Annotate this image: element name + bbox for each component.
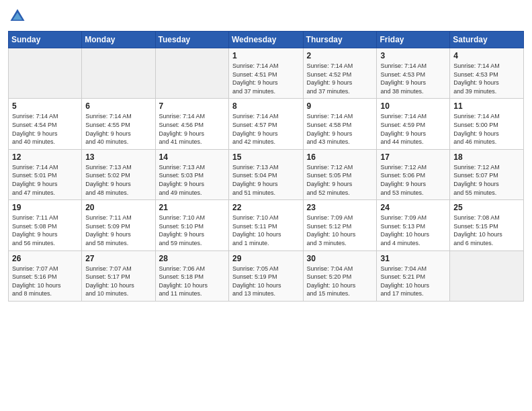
calendar-cell: 24Sunrise: 7:09 AM Sunset: 5:13 PM Dayli…	[377, 200, 450, 250]
day-info: Sunrise: 7:11 AM Sunset: 5:09 PM Dayligh…	[85, 214, 151, 247]
day-number: 31	[380, 254, 446, 263]
day-info: Sunrise: 7:12 AM Sunset: 5:07 PM Dayligh…	[453, 163, 520, 197]
weekday-header: Friday	[377, 32, 450, 48]
day-number: 4	[453, 51, 520, 60]
day-number: 12	[12, 152, 78, 162]
day-info: Sunrise: 7:13 AM Sunset: 5:02 PM Dayligh…	[85, 163, 151, 197]
calendar-week-row: 26Sunrise: 7:07 AM Sunset: 5:16 PM Dayli…	[9, 250, 524, 301]
calendar-cell: 22Sunrise: 7:10 AM Sunset: 5:11 PM Dayli…	[228, 200, 303, 250]
calendar-cell: 29Sunrise: 7:05 AM Sunset: 5:19 PM Dayli…	[228, 250, 303, 301]
calendar-cell: 27Sunrise: 7:07 AM Sunset: 5:17 PM Dayli…	[82, 250, 155, 301]
weekday-header: Thursday	[303, 32, 377, 48]
day-info: Sunrise: 7:11 AM Sunset: 5:08 PM Dayligh…	[12, 214, 78, 247]
day-info: Sunrise: 7:04 AM Sunset: 5:21 PM Dayligh…	[380, 265, 446, 298]
day-number: 30	[307, 254, 373, 263]
calendar-week-row: 12Sunrise: 7:14 AM Sunset: 5:01 PM Dayli…	[9, 149, 524, 199]
calendar-cell	[82, 48, 155, 99]
day-info: Sunrise: 7:14 AM Sunset: 4:55 PM Dayligh…	[85, 112, 151, 146]
calendar-cell: 15Sunrise: 7:13 AM Sunset: 5:04 PM Dayli…	[228, 149, 303, 199]
weekday-header: Tuesday	[155, 32, 228, 48]
calendar-cell: 1Sunrise: 7:14 AM Sunset: 4:51 PM Daylig…	[228, 48, 303, 99]
day-number: 16	[307, 152, 373, 162]
day-number: 25	[453, 203, 520, 212]
weekday-header: Monday	[82, 32, 155, 48]
calendar-cell: 20Sunrise: 7:11 AM Sunset: 5:09 PM Dayli…	[82, 200, 155, 250]
day-number: 17	[380, 152, 446, 162]
calendar-cell: 11Sunrise: 7:14 AM Sunset: 5:00 PM Dayli…	[450, 99, 524, 149]
day-info: Sunrise: 7:12 AM Sunset: 5:05 PM Dayligh…	[307, 163, 373, 197]
calendar-cell: 2Sunrise: 7:14 AM Sunset: 4:52 PM Daylig…	[303, 48, 377, 99]
calendar-cell: 6Sunrise: 7:14 AM Sunset: 4:55 PM Daylig…	[82, 99, 155, 149]
day-number: 7	[159, 101, 225, 111]
day-info: Sunrise: 7:14 AM Sunset: 4:51 PM Dayligh…	[232, 62, 300, 95]
calendar-cell: 19Sunrise: 7:11 AM Sunset: 5:08 PM Dayli…	[9, 200, 82, 250]
day-info: Sunrise: 7:14 AM Sunset: 5:00 PM Dayligh…	[453, 112, 520, 146]
calendar-cell: 12Sunrise: 7:14 AM Sunset: 5:01 PM Dayli…	[9, 149, 82, 199]
day-info: Sunrise: 7:12 AM Sunset: 5:06 PM Dayligh…	[380, 163, 446, 197]
day-info: Sunrise: 7:14 AM Sunset: 4:54 PM Dayligh…	[12, 112, 78, 146]
day-info: Sunrise: 7:10 AM Sunset: 5:11 PM Dayligh…	[232, 214, 300, 247]
day-info: Sunrise: 7:14 AM Sunset: 4:56 PM Dayligh…	[159, 112, 225, 146]
day-info: Sunrise: 7:07 AM Sunset: 5:17 PM Dayligh…	[85, 265, 151, 298]
weekday-header: Sunday	[9, 32, 82, 48]
day-info: Sunrise: 7:13 AM Sunset: 5:03 PM Dayligh…	[159, 163, 225, 197]
day-info: Sunrise: 7:14 AM Sunset: 5:01 PM Dayligh…	[12, 163, 78, 197]
day-number: 9	[307, 101, 373, 111]
page: SundayMondayTuesdayWednesdayThursdayFrid…	[0, 0, 532, 411]
calendar-cell: 16Sunrise: 7:12 AM Sunset: 5:05 PM Dayli…	[303, 149, 377, 199]
day-number: 10	[380, 101, 446, 111]
calendar-cell: 25Sunrise: 7:08 AM Sunset: 5:15 PM Dayli…	[450, 200, 524, 250]
calendar-cell: 28Sunrise: 7:06 AM Sunset: 5:18 PM Dayli…	[155, 250, 228, 301]
calendar-cell: 10Sunrise: 7:14 AM Sunset: 4:59 PM Dayli…	[377, 99, 450, 149]
weekday-row: SundayMondayTuesdayWednesdayThursdayFrid…	[9, 32, 524, 48]
calendar-cell	[450, 250, 524, 301]
calendar-cell: 9Sunrise: 7:14 AM Sunset: 4:58 PM Daylig…	[303, 99, 377, 149]
day-number: 8	[232, 101, 300, 111]
calendar-body: 1Sunrise: 7:14 AM Sunset: 4:51 PM Daylig…	[9, 48, 524, 302]
calendar-cell: 14Sunrise: 7:13 AM Sunset: 5:03 PM Dayli…	[155, 149, 228, 199]
header	[8, 7, 524, 26]
calendar-cell: 8Sunrise: 7:14 AM Sunset: 4:57 PM Daylig…	[228, 99, 303, 149]
calendar-cell: 3Sunrise: 7:14 AM Sunset: 4:53 PM Daylig…	[377, 48, 450, 99]
day-info: Sunrise: 7:14 AM Sunset: 4:52 PM Dayligh…	[307, 62, 373, 95]
calendar-table: SundayMondayTuesdayWednesdayThursdayFrid…	[8, 31, 524, 302]
calendar-cell: 5Sunrise: 7:14 AM Sunset: 4:54 PM Daylig…	[9, 99, 82, 149]
day-number: 6	[85, 101, 151, 111]
calendar-week-row: 19Sunrise: 7:11 AM Sunset: 5:08 PM Dayli…	[9, 200, 524, 250]
day-number: 24	[380, 203, 446, 212]
day-info: Sunrise: 7:14 AM Sunset: 4:53 PM Dayligh…	[453, 62, 520, 95]
calendar-cell: 17Sunrise: 7:12 AM Sunset: 5:06 PM Dayli…	[377, 149, 450, 199]
calendar-cell: 30Sunrise: 7:04 AM Sunset: 5:20 PM Dayli…	[303, 250, 377, 301]
day-number: 2	[307, 51, 373, 60]
logo-icon	[8, 7, 27, 26]
day-number: 20	[85, 203, 151, 212]
calendar-cell: 31Sunrise: 7:04 AM Sunset: 5:21 PM Dayli…	[377, 250, 450, 301]
calendar-cell: 13Sunrise: 7:13 AM Sunset: 5:02 PM Dayli…	[82, 149, 155, 199]
day-info: Sunrise: 7:05 AM Sunset: 5:19 PM Dayligh…	[232, 265, 300, 298]
calendar-week-row: 1Sunrise: 7:14 AM Sunset: 4:51 PM Daylig…	[9, 48, 524, 99]
day-number: 22	[232, 203, 300, 212]
calendar-cell: 23Sunrise: 7:09 AM Sunset: 5:12 PM Dayli…	[303, 200, 377, 250]
calendar-week-row: 5Sunrise: 7:14 AM Sunset: 4:54 PM Daylig…	[9, 99, 524, 149]
day-number: 29	[232, 254, 300, 263]
day-number: 13	[85, 152, 151, 162]
day-number: 23	[307, 203, 373, 212]
calendar-header: SundayMondayTuesdayWednesdayThursdayFrid…	[9, 32, 524, 48]
day-number: 14	[159, 152, 225, 162]
day-info: Sunrise: 7:07 AM Sunset: 5:16 PM Dayligh…	[12, 265, 78, 298]
day-info: Sunrise: 7:10 AM Sunset: 5:10 PM Dayligh…	[159, 214, 225, 247]
calendar-cell	[155, 48, 228, 99]
day-number: 3	[380, 51, 446, 60]
day-info: Sunrise: 7:14 AM Sunset: 4:59 PM Dayligh…	[380, 112, 446, 146]
day-number: 21	[159, 203, 225, 212]
day-number: 26	[12, 254, 78, 263]
calendar-cell: 7Sunrise: 7:14 AM Sunset: 4:56 PM Daylig…	[155, 99, 228, 149]
day-number: 1	[232, 51, 300, 60]
calendar-cell: 18Sunrise: 7:12 AM Sunset: 5:07 PM Dayli…	[450, 149, 524, 199]
calendar-cell	[9, 48, 82, 99]
day-info: Sunrise: 7:08 AM Sunset: 5:15 PM Dayligh…	[453, 214, 520, 247]
day-number: 28	[159, 254, 225, 263]
calendar-cell: 4Sunrise: 7:14 AM Sunset: 4:53 PM Daylig…	[450, 48, 524, 99]
weekday-header: Wednesday	[228, 32, 303, 48]
weekday-header: Saturday	[450, 32, 524, 48]
